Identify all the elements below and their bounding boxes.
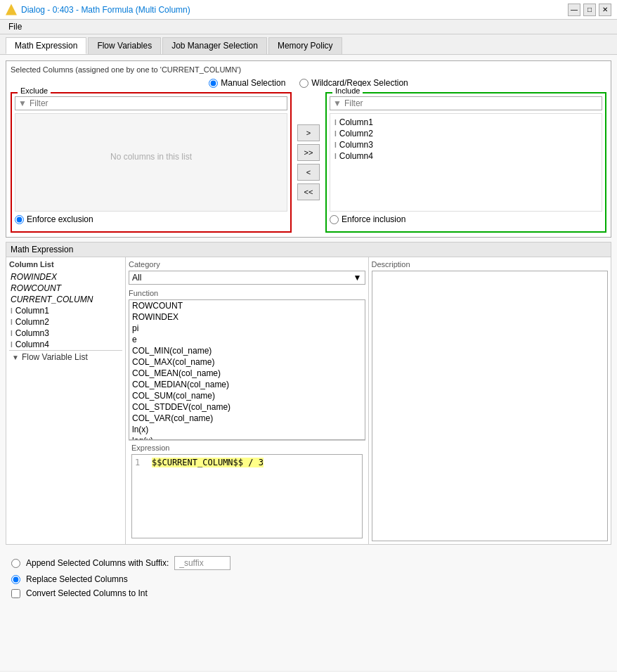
exclude-empty-msg: No columns in this list <box>18 117 284 162</box>
column3-item[interactable]: I Column3 <box>9 328 122 339</box>
function-item[interactable]: COL_MEAN(col_name) <box>129 368 365 379</box>
exclude-filter-icon: ▼ <box>18 98 27 108</box>
include-list: I Column1 I Column2 I Column3 I Column4 <box>330 113 602 212</box>
title-controls: — □ ✕ <box>568 4 611 16</box>
replace-radio[interactable] <box>11 575 20 584</box>
function-label: Function <box>129 289 365 297</box>
maximize-button[interactable]: □ <box>583 4 596 16</box>
math-body: Column List ROWINDEX ROWCOUNT CURRENT_CO… <box>6 257 611 544</box>
list-item[interactable]: I Column2 <box>333 128 599 139</box>
col4-type-icon: I <box>335 153 337 160</box>
include-box: Include ▼ I Column1 I Column2 I <box>325 92 606 233</box>
math-section-header: Math Expression <box>6 243 611 257</box>
list-item[interactable]: I Column1 <box>333 117 599 128</box>
function-item[interactable]: log(x) <box>129 435 365 440</box>
rowcount-item[interactable]: ROWCOUNT <box>9 283 122 294</box>
include-legend: Include <box>332 86 363 95</box>
right-panel: Description <box>369 257 611 544</box>
function-item[interactable]: COL_STDDEV(col_name) <box>129 401 365 413</box>
current-column-item[interactable]: CURRENT_COLUMN <box>9 294 122 305</box>
function-item[interactable]: COL_MEDIAN(col_name) <box>129 379 365 390</box>
expression-editor[interactable]: 1 $$CURRENT_COLUMN$$ / 3 <box>131 454 363 538</box>
description-label: Description <box>372 260 609 269</box>
function-item[interactable]: e <box>129 334 365 345</box>
include-filter-icon: ▼ <box>333 98 342 108</box>
tab-memory-policy[interactable]: Memory Policy <box>268 37 342 54</box>
rowindex-item[interactable]: ROWINDEX <box>9 271 122 283</box>
window-title: Dialog - 0:403 - Math Formula (Multi Col… <box>21 5 190 15</box>
column1-item[interactable]: I Column1 <box>9 305 122 316</box>
suffix-input[interactable] <box>174 556 230 570</box>
move-all-right-button[interactable]: >> <box>297 144 320 161</box>
function-item[interactable]: ROWCOUNT <box>129 300 365 311</box>
function-list: ROWCOUNT ROWINDEX pi e COL_MIN(col_name)… <box>129 299 365 440</box>
col2-type-icon: I <box>335 130 337 138</box>
function-item[interactable]: COL_VAR(col_name) <box>129 413 365 424</box>
category-label: Category <box>129 260 365 269</box>
exclude-legend: Exclude <box>18 86 51 95</box>
replace-option-row: Replace Selected Columns <box>11 574 606 584</box>
selection-mode-row: Manual Selection Wildcard/Regex Selectio… <box>11 78 606 88</box>
function-item[interactable]: COL_MAX(col_name) <box>129 356 365 368</box>
move-all-left-button[interactable]: << <box>297 183 320 200</box>
main-content: Selected Columns (assigned one by one to… <box>0 55 617 671</box>
expression-section: Expression 1 $$CURRENT_COLUMN$$ / 3 <box>129 440 365 541</box>
title-bar: Dialog - 0:403 - Math Formula (Multi Col… <box>0 0 617 20</box>
col3-type-icon: I <box>335 141 337 149</box>
description-area <box>372 271 609 541</box>
append-label: Append Selected Columns with Suffix: <box>26 558 169 568</box>
tab-math-expression[interactable]: Math Expression <box>6 37 86 54</box>
function-item[interactable]: ROWINDEX <box>129 311 365 323</box>
tab-flow-variables[interactable]: Flow Variables <box>88 37 161 54</box>
col2-icon: I <box>11 318 13 326</box>
column-list-header: Column List <box>9 260 122 269</box>
function-item[interactable]: COL_MIN(col_name) <box>129 345 365 356</box>
function-item[interactable]: COL_SUM(col_name) <box>129 390 365 401</box>
convert-option-row: Convert Selected Columns to Int <box>11 588 606 598</box>
col1-icon: I <box>11 307 13 315</box>
tab-job-manager[interactable]: Job Manager Selection <box>162 37 267 54</box>
list-item[interactable]: I Column4 <box>333 150 599 162</box>
include-enforce-row[interactable]: Enforce inclusion <box>330 214 602 224</box>
expression-line: 1 $$CURRENT_COLUMN$$ / 3 <box>135 458 359 467</box>
category-dropdown-icon: ▼ <box>353 273 362 283</box>
expression-value: $$CURRENT_COLUMN$$ / 3 <box>152 458 264 467</box>
minimize-button[interactable]: — <box>568 4 580 16</box>
append-option-row: Append Selected Columns with Suffix: <box>11 556 606 570</box>
exclude-filter-row: ▼ <box>15 96 287 110</box>
column2-item[interactable]: I Column2 <box>9 316 122 328</box>
category-select[interactable]: All ▼ <box>129 271 365 285</box>
column-list-panel: Column List ROWINDEX ROWCOUNT CURRENT_CO… <box>6 257 126 544</box>
function-item[interactable]: pi <box>129 323 365 334</box>
selected-columns-label: Selected Columns (assigned one by one to… <box>11 65 606 74</box>
col3-icon: I <box>11 330 13 337</box>
exclude-list: No columns in this list <box>15 113 287 212</box>
append-radio[interactable] <box>11 559 20 568</box>
include-filter-input[interactable] <box>344 98 599 108</box>
warning-icon <box>6 4 17 15</box>
convert-label: Convert Selected Columns to Int <box>26 588 148 598</box>
manual-selection-radio[interactable]: Manual Selection <box>209 78 285 88</box>
menu-bar: File <box>0 20 617 34</box>
replace-label: Replace Selected Columns <box>26 574 128 584</box>
flow-variable-section: ▼ Flow Variable List <box>9 350 122 363</box>
line-number: 1 <box>135 458 146 467</box>
exclude-filter-input[interactable] <box>30 98 284 108</box>
flow-variable-header: ▼ Flow Variable List <box>12 352 119 362</box>
math-expression-section: Math Expression Column List ROWINDEX ROW… <box>6 242 611 545</box>
column4-item[interactable]: I Column4 <box>9 339 122 350</box>
menu-file[interactable]: File <box>6 20 25 33</box>
move-left-button[interactable]: < <box>297 164 320 181</box>
convert-checkbox[interactable] <box>11 589 20 598</box>
exclude-enforce-row[interactable]: Enforce exclusion <box>15 214 287 224</box>
middle-panel: Category All ▼ Function ROWCOUNT ROWINDE… <box>126 257 369 544</box>
bottom-options: Append Selected Columns with Suffix: Rep… <box>6 550 611 608</box>
expression-label: Expression <box>131 444 363 452</box>
close-button[interactable]: ✕ <box>599 4 611 16</box>
move-right-button[interactable]: > <box>297 124 320 141</box>
collapse-arrow[interactable]: ▼ <box>12 354 19 361</box>
function-item[interactable]: ln(x) <box>129 424 365 435</box>
list-item[interactable]: I Column3 <box>333 139 599 150</box>
arrow-buttons: > >> < << <box>294 92 323 233</box>
exclude-box: Exclude ▼ No columns in this list Enforc… <box>11 92 292 233</box>
